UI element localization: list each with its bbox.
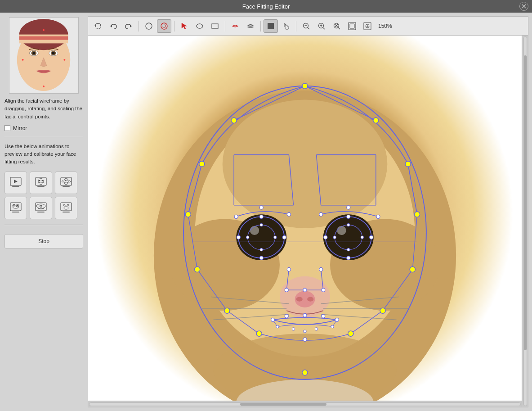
cursor-btn[interactable] xyxy=(177,19,192,33)
svg-point-21 xyxy=(39,180,40,181)
svg-point-50 xyxy=(163,25,165,27)
flip-btn[interactable] xyxy=(91,19,105,33)
play-animation-btn[interactable] xyxy=(4,172,27,194)
svg-rect-28 xyxy=(63,186,70,187)
square-select-btn[interactable] xyxy=(264,19,278,33)
app-title: Face Fitting Editor xyxy=(242,3,290,10)
face-track-btn[interactable] xyxy=(30,172,52,194)
svg-point-139 xyxy=(319,212,323,216)
instructions-text: Align the facial wireframe by dragging, … xyxy=(4,97,83,121)
h-scrollbar-thumb[interactable] xyxy=(240,403,326,406)
canvas-scroll-container xyxy=(88,36,528,407)
svg-point-158 xyxy=(287,267,291,271)
sep4 xyxy=(260,21,261,32)
svg-point-165 xyxy=(303,313,307,317)
svg-rect-67 xyxy=(350,24,354,28)
undo-btn[interactable] xyxy=(106,19,121,33)
svg-point-172 xyxy=(315,328,317,330)
lips-closed-btn[interactable] xyxy=(228,19,242,33)
svg-point-31 xyxy=(13,205,15,206)
v-scrollbar-track[interactable] xyxy=(523,36,527,406)
divider-2 xyxy=(4,225,83,225)
mouth-open-btn[interactable] xyxy=(55,197,77,219)
svg-point-148 xyxy=(274,236,277,239)
svg-point-164 xyxy=(285,314,288,318)
h-scrollbar-track[interactable] xyxy=(89,402,521,406)
select-active-btn[interactable] xyxy=(157,19,171,33)
svg-point-151 xyxy=(347,215,350,218)
stop-button[interactable]: Stop xyxy=(4,234,83,248)
svg-point-25 xyxy=(64,178,68,185)
svg-rect-19 xyxy=(36,177,46,185)
divider-1 xyxy=(4,137,83,137)
svg-point-113 xyxy=(238,217,284,258)
svg-point-146 xyxy=(246,236,249,239)
svg-point-162 xyxy=(322,288,325,292)
svg-point-184 xyxy=(185,212,191,217)
svg-line-97 xyxy=(305,86,376,120)
svg-point-177 xyxy=(410,266,415,272)
svg-rect-53 xyxy=(212,24,218,28)
svg-line-109 xyxy=(316,155,321,205)
svg-rect-34 xyxy=(12,212,19,212)
zoom-out-btn[interactable] xyxy=(299,19,313,33)
redo-btn[interactable] xyxy=(121,19,136,33)
svg-line-118 xyxy=(321,269,323,290)
svg-point-43 xyxy=(64,207,68,209)
oval-btn[interactable] xyxy=(192,19,207,33)
mirror-checkbox[interactable] xyxy=(4,125,10,131)
eye-track-btn[interactable] xyxy=(30,197,52,219)
fit-screen-btn[interactable] xyxy=(345,19,359,33)
svg-rect-44 xyxy=(63,212,70,212)
eye-blink-btn[interactable] xyxy=(4,197,27,219)
v-scrollbar-thumb[interactable] xyxy=(524,55,527,350)
svg-line-57 xyxy=(308,27,309,29)
zoom-reset-btn[interactable] xyxy=(330,19,344,33)
svg-point-147 xyxy=(260,224,263,226)
svg-line-117 xyxy=(286,269,289,290)
svg-point-152 xyxy=(370,235,373,239)
canvas-area[interactable] xyxy=(88,36,522,407)
zoom-in-btn[interactable] xyxy=(314,19,329,33)
select-shape-btn[interactable] xyxy=(142,19,156,33)
svg-point-22 xyxy=(42,180,43,181)
svg-point-163 xyxy=(271,318,275,321)
face-preview xyxy=(9,17,79,94)
svg-rect-23 xyxy=(37,186,45,187)
svg-point-114 xyxy=(326,217,371,258)
svg-point-155 xyxy=(347,224,350,226)
svg-point-171 xyxy=(304,330,306,333)
svg-line-99 xyxy=(197,269,227,311)
close-button[interactable] xyxy=(519,2,528,11)
zoom-fit-btn[interactable] xyxy=(360,19,375,33)
vertical-scrollbar[interactable] xyxy=(522,36,528,407)
svg-marker-51 xyxy=(182,23,187,29)
svg-point-52 xyxy=(197,24,203,28)
svg-point-136 xyxy=(234,215,238,218)
svg-point-137 xyxy=(259,206,263,209)
main-container: Align the facial wireframe by dragging, … xyxy=(0,13,532,411)
svg-point-149 xyxy=(260,248,263,251)
sep3 xyxy=(225,21,225,32)
svg-rect-24 xyxy=(61,177,72,185)
mirror-row: Mirror xyxy=(4,125,83,131)
svg-line-61 xyxy=(323,27,325,29)
hand-btn[interactable] xyxy=(279,19,293,33)
svg-point-38 xyxy=(40,205,42,207)
svg-line-107 xyxy=(289,155,293,205)
svg-point-179 xyxy=(348,331,353,336)
svg-point-27 xyxy=(67,180,67,181)
svg-point-180 xyxy=(302,370,308,375)
svg-point-116 xyxy=(335,225,362,250)
svg-rect-5 xyxy=(19,36,68,40)
svg-rect-66 xyxy=(349,23,356,30)
svg-line-95 xyxy=(408,164,417,214)
head-turn-btn[interactable] xyxy=(55,172,77,194)
svg-point-20 xyxy=(38,178,44,185)
rect-btn[interactable] xyxy=(208,19,222,33)
svg-point-176 xyxy=(414,212,420,217)
horizontal-scrollbar[interactable] xyxy=(88,401,522,407)
lips-open-btn[interactable] xyxy=(243,19,258,33)
svg-point-166 xyxy=(322,314,325,318)
svg-line-102 xyxy=(383,269,412,311)
